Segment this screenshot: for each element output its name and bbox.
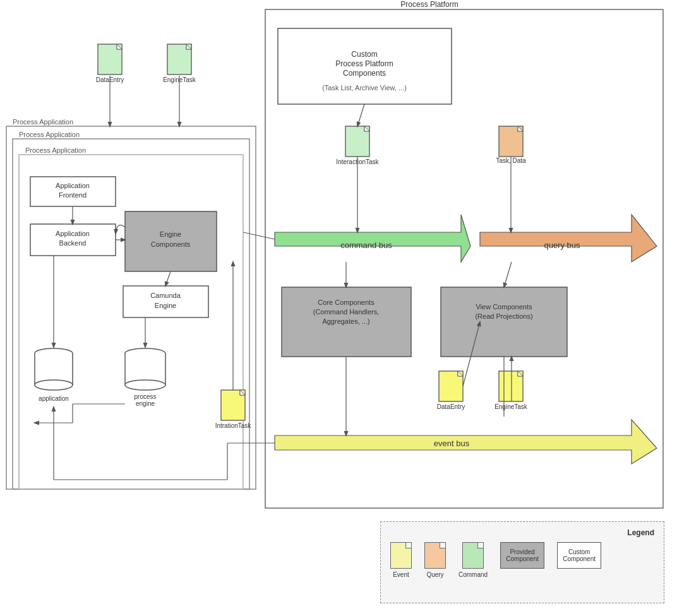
svg-point-72 [125, 348, 165, 358]
svg-text:EngineTask: EngineTask [163, 76, 196, 83]
svg-text:(Task List, Archive View, ...): (Task List, Archive View, ...) [322, 84, 407, 92]
svg-point-70 [35, 380, 73, 390]
svg-line-103 [243, 232, 275, 239]
svg-marker-56 [240, 390, 245, 395]
svg-text:Camunda: Camunda [150, 292, 181, 299]
svg-rect-46 [345, 126, 369, 157]
svg-marker-40 [117, 44, 122, 49]
svg-rect-62 [499, 371, 523, 401]
svg-marker-60 [458, 371, 463, 376]
svg-text:Backend: Backend [59, 239, 87, 247]
legend-event-label: Event [393, 571, 409, 578]
legend-box: Legend Event Query Command [380, 521, 664, 603]
svg-rect-25 [282, 287, 411, 357]
svg-rect-54 [221, 390, 245, 420]
legend-command-label: Command [458, 571, 488, 578]
legend-item-event: Event [390, 542, 412, 578]
svg-text:DataEntry: DataEntry [96, 76, 124, 83]
svg-text:Process Application: Process Application [13, 118, 73, 126]
svg-text:Core Components: Core Components [318, 299, 374, 306]
svg-line-101 [357, 104, 364, 126]
svg-text:Engine: Engine [155, 302, 176, 309]
svg-marker-55 [240, 390, 245, 395]
svg-text:EngineTask: EngineTask [494, 403, 528, 410]
svg-text:(Read Projections): (Read Projections) [475, 312, 532, 320]
svg-rect-2 [6, 126, 256, 489]
svg-text:(Command Handlers,: (Command Handlers, [313, 308, 380, 316]
svg-text:Custom: Custom [351, 50, 377, 59]
svg-text:command bus: command bus [340, 240, 392, 250]
svg-rect-38 [98, 44, 122, 74]
svg-marker-63 [518, 371, 523, 376]
svg-text:Frontend: Frontend [59, 191, 87, 199]
svg-rect-6 [19, 155, 243, 489]
legend-items: Event Query Command ProvidedComponent Cu… [390, 542, 654, 578]
svg-rect-4 [13, 139, 249, 489]
svg-text:Application: Application [56, 230, 90, 237]
diagram-container: Process Platform Process Application Pro… [0, 0, 677, 616]
svg-marker-59 [458, 371, 463, 376]
svg-text:View Components: View Components [476, 303, 532, 311]
svg-text:application: application [39, 395, 69, 402]
svg-text:Components: Components [343, 69, 386, 78]
svg-marker-36 [275, 420, 657, 464]
svg-marker-39 [117, 44, 122, 49]
svg-rect-29 [441, 287, 567, 357]
svg-text:InteractionTask: InteractionTask [336, 158, 379, 165]
svg-rect-13 [30, 177, 116, 206]
svg-text:Process Application: Process Application [19, 131, 80, 138]
legend-item-query: Query [424, 542, 446, 578]
legend-title: Legend [390, 528, 654, 537]
svg-point-76 [125, 380, 165, 390]
svg-text:process: process [134, 393, 156, 400]
svg-marker-52 [518, 126, 523, 131]
svg-text:DataEntry: DataEntry [437, 403, 465, 410]
svg-rect-16 [30, 224, 116, 256]
svg-marker-44 [186, 44, 191, 49]
svg-rect-0 [265, 9, 663, 508]
svg-marker-48 [364, 126, 369, 131]
svg-marker-47 [364, 126, 369, 131]
svg-marker-64 [518, 371, 523, 376]
svg-line-95 [463, 322, 480, 386]
legend-item-provided: ProvidedComponent [500, 542, 544, 569]
svg-text:Aggregates, ...): Aggregates, ...) [322, 317, 369, 325]
svg-rect-19 [125, 211, 217, 271]
svg-line-84 [165, 271, 171, 286]
svg-rect-67 [35, 353, 73, 385]
svg-text:IntrationTask: IntrationTask [215, 422, 252, 429]
svg-text:Process Application: Process Application [25, 146, 86, 154]
svg-rect-8 [278, 28, 452, 104]
svg-text:event bus: event bus [434, 439, 470, 448]
svg-text:Task, Data: Task, Data [496, 157, 526, 164]
svg-rect-50 [499, 126, 523, 157]
svg-text:Process Platform: Process Platform [335, 59, 393, 68]
svg-point-66 [35, 348, 73, 358]
svg-rect-42 [167, 44, 191, 74]
svg-text:engine: engine [136, 400, 155, 407]
svg-rect-22 [123, 286, 208, 317]
svg-rect-73 [125, 353, 165, 385]
legend-item-command: Command [458, 542, 488, 578]
legend-query-label: Query [426, 571, 443, 578]
svg-text:Components: Components [151, 240, 191, 248]
svg-text:Engine: Engine [160, 230, 181, 238]
svg-text:Application: Application [56, 182, 90, 189]
svg-marker-43 [186, 44, 191, 49]
svg-text:query bus: query bus [544, 240, 580, 250]
svg-text:Process Platform: Process Platform [400, 0, 458, 9]
svg-marker-34 [480, 215, 657, 262]
svg-marker-32 [275, 215, 470, 262]
svg-marker-51 [518, 126, 523, 131]
svg-line-92 [504, 262, 512, 287]
legend-item-custom: CustomComponent [557, 542, 601, 569]
svg-rect-58 [439, 371, 463, 401]
